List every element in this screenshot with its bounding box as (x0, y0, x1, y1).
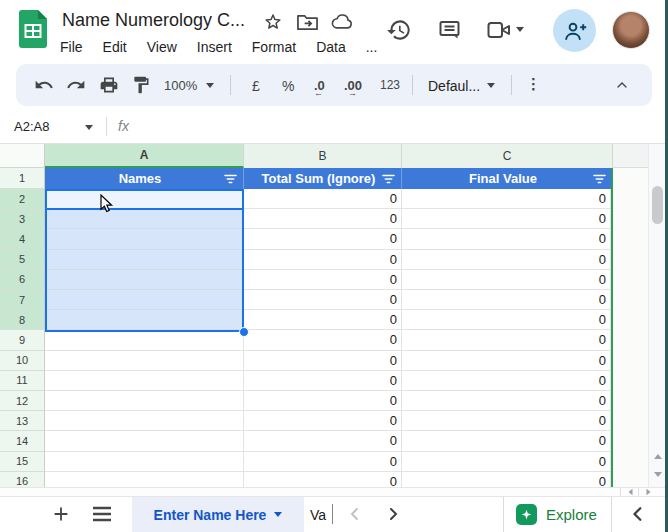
cell-B15[interactable]: 0 (244, 452, 402, 472)
currency-format-button[interactable]: £ (252, 78, 260, 94)
cell-A9[interactable] (45, 330, 244, 350)
cell-A15[interactable] (45, 452, 244, 472)
filter-icon[interactable] (593, 174, 606, 184)
all-sheets-menu-icon[interactable] (92, 506, 112, 522)
cell-B11[interactable]: 0 (244, 371, 402, 391)
collapse-panel-icon[interactable] (630, 506, 646, 522)
add-sheet-icon[interactable] (50, 503, 72, 525)
header-cell-final-value[interactable]: Final Value (402, 168, 613, 189)
row-header-10[interactable]: 10 (0, 351, 45, 371)
column-header-C[interactable]: C (402, 144, 613, 168)
formula-input[interactable] (145, 114, 645, 139)
move-to-folder-icon[interactable] (297, 13, 318, 31)
number-format-button[interactable]: 123 (380, 78, 400, 92)
row-header-8[interactable]: 8 (0, 310, 45, 330)
row-header-4[interactable]: 4 (0, 229, 45, 249)
name-box-caret-icon[interactable] (85, 125, 93, 130)
cell-B13[interactable]: 0 (244, 411, 402, 431)
row-header-13[interactable]: 13 (0, 411, 45, 431)
vertical-scrollbar-thumb[interactable] (652, 186, 663, 224)
more-toolbar-icon[interactable]: ⋮ (526, 75, 541, 93)
menu-insert[interactable]: Insert (197, 39, 232, 55)
select-all-corner[interactable] (0, 144, 45, 168)
cell-B5[interactable]: 0 (244, 250, 402, 270)
cell-B3[interactable]: 0 (244, 209, 402, 229)
cell-A11[interactable] (45, 371, 244, 391)
cell-C4[interactable]: 0 (402, 229, 611, 249)
column-header-A[interactable]: A (45, 144, 244, 168)
cell-B12[interactable]: 0 (244, 391, 402, 411)
menu-edit[interactable]: Edit (103, 39, 127, 55)
cell-C8[interactable]: 0 (402, 310, 611, 330)
cell-B4[interactable]: 0 (244, 229, 402, 249)
row-header-12[interactable]: 12 (0, 391, 45, 411)
cell-A10[interactable] (45, 351, 244, 371)
star-icon[interactable] (263, 12, 283, 32)
row-header-16[interactable]: 16 (0, 472, 45, 487)
zoom-control[interactable]: 100% (164, 78, 197, 93)
cell-A12[interactable] (45, 391, 244, 411)
cell-B14[interactable]: 0 (244, 431, 402, 451)
row-header-3[interactable]: 3 (0, 209, 45, 229)
cell-C13[interactable]: 0 (402, 411, 611, 431)
sheet-tab-partial[interactable]: Va (310, 507, 326, 523)
zoom-caret-icon[interactable] (206, 83, 214, 88)
print-icon[interactable] (99, 75, 119, 95)
menu-view[interactable]: View (147, 39, 177, 55)
percent-format-button[interactable]: % (282, 78, 294, 94)
cell-B9[interactable]: 0 (244, 330, 402, 350)
version-history-icon[interactable] (386, 17, 412, 43)
row-header-11[interactable]: 11 (0, 371, 45, 391)
explore-button[interactable]: Explore (546, 506, 597, 523)
row-header-9[interactable]: 9 (0, 330, 45, 350)
sheet-tab-active[interactable]: Enter Name Here (132, 497, 304, 532)
row-header-15[interactable]: 15 (0, 452, 45, 472)
vertical-scrollbar[interactable] (648, 144, 666, 487)
column-header-B[interactable]: B (244, 144, 402, 168)
row-header-6[interactable]: 6 (0, 270, 45, 290)
font-select[interactable]: Defaul... (428, 78, 480, 94)
collapse-toolbar-icon[interactable] (614, 77, 630, 93)
undo-icon[interactable] (34, 75, 54, 95)
cell-C5[interactable]: 0 (402, 250, 611, 270)
header-cell-names[interactable]: Names (45, 168, 244, 189)
row-header-14[interactable]: 14 (0, 431, 45, 451)
scroll-left-button[interactable] (620, 488, 639, 496)
cell-B7[interactable]: 0 (244, 290, 402, 310)
cell-C14[interactable]: 0 (402, 431, 611, 451)
cell-C11[interactable]: 0 (402, 371, 611, 391)
menu-overflow[interactable]: ... (366, 39, 378, 55)
tab-scroll-right-icon[interactable] (386, 507, 400, 521)
video-call-caret-icon[interactable] (516, 27, 524, 32)
video-call-icon[interactable] (487, 20, 511, 40)
header-cell-total-sum[interactable]: Total Sum (Ignore) (244, 168, 402, 189)
sheets-logo-icon[interactable] (19, 10, 47, 48)
cloud-saved-icon[interactable] (331, 13, 353, 30)
row-header-1[interactable]: 1 (0, 168, 45, 189)
menu-format[interactable]: Format (252, 39, 296, 55)
share-button[interactable] (553, 9, 596, 52)
cell-C9[interactable]: 0 (402, 330, 611, 350)
menu-data[interactable]: Data (316, 39, 346, 55)
cell-C3[interactable]: 0 (402, 209, 611, 229)
cell-B8[interactable]: 0 (244, 310, 402, 330)
cell-C10[interactable]: 0 (402, 351, 611, 371)
filter-icon[interactable] (224, 174, 237, 184)
horizontal-scrollbar[interactable] (0, 487, 666, 497)
cell-A16[interactable] (45, 472, 244, 487)
cell-C6[interactable]: 0 (402, 270, 611, 290)
row-header-5[interactable]: 5 (0, 250, 45, 270)
paint-format-icon[interactable] (131, 75, 151, 95)
cell-C12[interactable]: 0 (402, 391, 611, 411)
menu-file[interactable]: File (60, 39, 83, 55)
font-caret-icon[interactable] (487, 83, 495, 88)
cell-A14[interactable] (45, 431, 244, 451)
cell-C15[interactable]: 0 (402, 452, 611, 472)
cell-C16[interactable]: 0 (402, 472, 611, 487)
scroll-right-button[interactable] (638, 488, 657, 496)
cell-A13[interactable] (45, 411, 244, 431)
account-avatar[interactable] (612, 11, 650, 49)
cell-C2[interactable]: 0 (402, 189, 611, 209)
filter-icon[interactable] (382, 174, 395, 184)
cell-B10[interactable]: 0 (244, 351, 402, 371)
